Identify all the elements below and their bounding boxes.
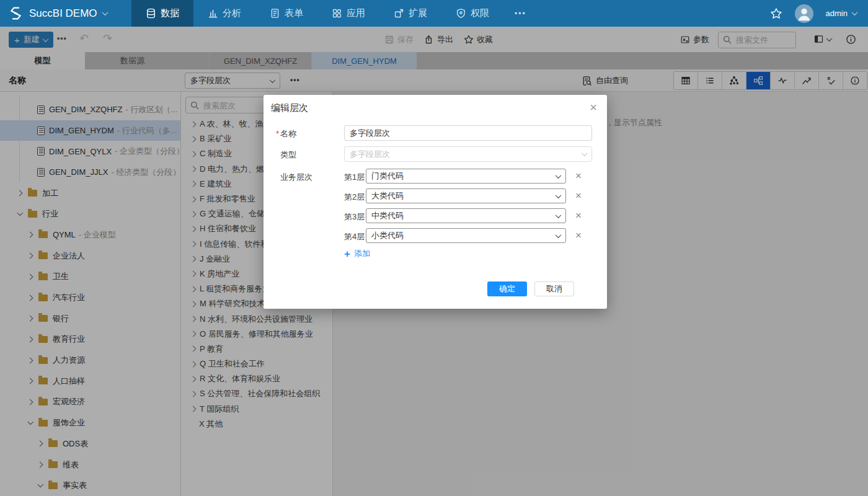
chevron-down-icon	[556, 172, 562, 179]
level-4-label: 第4层	[344, 231, 365, 242]
level-3-label: 第3层	[344, 211, 365, 223]
level-4-select[interactable]: 小类代码	[366, 228, 566, 243]
level-3-select[interactable]: 中类代码	[366, 208, 566, 223]
succbi-logo-icon	[8, 6, 24, 21]
chevron-down-icon	[852, 9, 858, 16]
shield-icon	[456, 8, 466, 19]
type-select: 多字段层次	[344, 146, 592, 162]
name-field-label: 名称	[280, 128, 296, 140]
level-2-select[interactable]: 大类代码	[366, 188, 566, 203]
nav-item-apps[interactable]: 应用	[317, 0, 379, 27]
level-1-label: 第1层	[344, 172, 365, 183]
cancel-button[interactable]: 取消	[534, 281, 574, 296]
remove-level-4-icon[interactable]: ×	[573, 230, 584, 241]
form-icon	[270, 8, 280, 19]
apps-grid-icon	[332, 8, 342, 19]
level-2-label: 第2层	[344, 192, 365, 203]
plus-icon: +	[344, 249, 350, 259]
level-1-select[interactable]: 门类代码	[366, 169, 566, 184]
nav-item-analysis[interactable]: 分析	[193, 0, 255, 27]
name-input[interactable]	[344, 125, 592, 141]
dialog-title: 编辑层次	[271, 102, 308, 114]
user-avatar[interactable]	[795, 4, 813, 23]
add-level-button[interactable]: + 添加	[344, 248, 370, 259]
type-field-label: 类型	[280, 149, 296, 161]
navbar-right: admin	[770, 0, 868, 27]
bar-chart-icon	[208, 8, 218, 19]
required-asterisk: *	[276, 129, 279, 138]
extension-icon	[394, 8, 404, 19]
close-icon[interactable]: ×	[590, 101, 597, 113]
levels-field-label: 业务层次	[280, 172, 312, 183]
app-window: SuccBI DEMO 数据 分析	[0, 0, 868, 496]
chevron-down-icon	[556, 232, 562, 238]
nav-item-data[interactable]: 数据	[131, 0, 193, 27]
nav-more-button[interactable]: •••	[503, 0, 538, 27]
remove-level-3-icon[interactable]: ×	[573, 210, 584, 221]
favorite-star-icon[interactable]	[770, 7, 782, 20]
user-menu[interactable]: admin	[826, 9, 857, 18]
nav-item-forms[interactable]: 表单	[255, 0, 317, 27]
nav-item-permissions[interactable]: 权限	[441, 0, 503, 27]
chevron-down-icon	[556, 192, 562, 198]
remove-level-1-icon[interactable]: ×	[573, 170, 584, 182]
nav-item-extensions[interactable]: 扩展	[379, 0, 441, 27]
edit-hierarchy-dialog: 编辑层次 × * 名称 类型 多字段层次 业务层次 第1层 门类代码 × 第2层…	[264, 95, 607, 309]
product-title: SuccBI DEMO	[29, 7, 97, 20]
top-navbar: SuccBI DEMO 数据 分析	[0, 0, 868, 27]
database-icon	[146, 8, 156, 19]
user-name: admin	[826, 9, 848, 18]
chevron-down-icon	[102, 9, 108, 16]
product-menu[interactable]: SuccBI DEMO	[0, 0, 131, 27]
ok-button[interactable]: 确定	[487, 281, 527, 296]
remove-level-2-icon[interactable]: ×	[573, 190, 584, 202]
chevron-down-icon	[582, 150, 588, 156]
chevron-down-icon	[556, 212, 562, 218]
